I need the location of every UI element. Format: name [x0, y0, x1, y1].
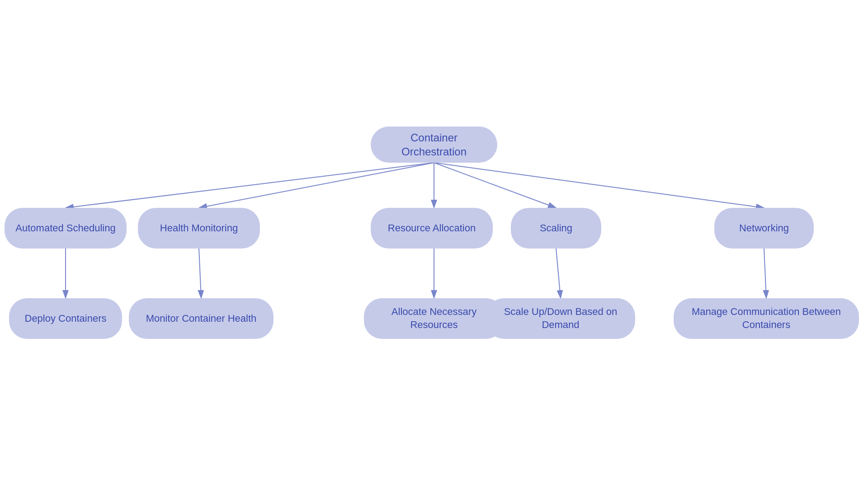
node-scaling: Scaling: [511, 208, 601, 249]
node-networking: Networking: [714, 208, 814, 249]
svg-line-6: [199, 249, 201, 298]
node-monitor-container-health: Monitor Container Health: [129, 298, 274, 339]
node-scale-up-down: Scale Up/Down Based on Demand: [486, 298, 635, 339]
node-resource-allocation: Resource Allocation: [371, 208, 493, 249]
node-container-orchestration: Container Orchestration: [371, 127, 497, 163]
node-allocate-necessary-resources: Allocate Necessary Resources: [364, 298, 504, 339]
svg-line-8: [556, 249, 561, 298]
node-manage-communication: Manage Communication Between Containers: [674, 298, 859, 339]
svg-line-4: [434, 163, 764, 208]
svg-line-0: [66, 163, 434, 208]
node-automated-scheduling: Automated Scheduling: [5, 208, 127, 249]
svg-line-3: [434, 163, 556, 208]
node-deploy-containers: Deploy Containers: [9, 298, 122, 339]
svg-line-1: [199, 163, 434, 208]
svg-line-9: [764, 249, 766, 298]
node-health-monitoring: Health Monitoring: [138, 208, 260, 249]
diagram-container: Container Orchestration Automated Schedu…: [0, 0, 868, 488]
